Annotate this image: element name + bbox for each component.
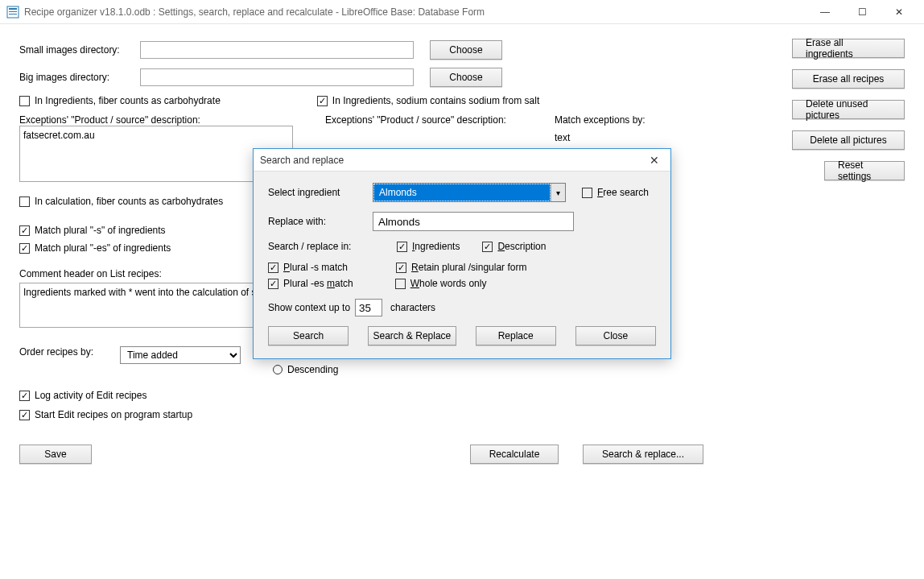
dialog-close-button[interactable]: Close bbox=[575, 326, 656, 345]
replace-with-label: Replace with: bbox=[268, 216, 373, 227]
replace-with-input[interactable] bbox=[373, 212, 574, 231]
checkbox-icon bbox=[482, 242, 493, 252]
ingredients-check[interactable]: Ingredients bbox=[397, 241, 460, 252]
context-pre-label: Show context up to bbox=[268, 302, 350, 313]
plural-s-match-check[interactable]: Plural -s match bbox=[268, 262, 348, 273]
dialog-search-button[interactable]: Search bbox=[268, 326, 349, 345]
chevron-down-icon: ▾ bbox=[551, 184, 565, 201]
select-ingredient-value: Almonds bbox=[373, 184, 551, 201]
context-post-label: characters bbox=[390, 302, 435, 313]
context-chars-input[interactable] bbox=[355, 299, 382, 316]
checkbox-icon bbox=[396, 263, 406, 273]
search-replace-in-label: Search / replace in: bbox=[268, 241, 373, 252]
overlay: Search and replace ✕ Select ingredient A… bbox=[0, 0, 924, 579]
checkbox-icon bbox=[582, 188, 592, 198]
free-search-check[interactable]: Free search bbox=[582, 187, 649, 198]
whole-words-label: Whole words only bbox=[410, 278, 487, 289]
checkbox-icon bbox=[395, 279, 406, 289]
checkbox-icon bbox=[397, 242, 407, 252]
description-check[interactable]: Description bbox=[482, 241, 546, 252]
plural-s-match-label: Plural -s match bbox=[283, 262, 348, 273]
checkbox-icon bbox=[268, 279, 278, 289]
dialog-search-replace-button[interactable]: Search & Replace bbox=[368, 326, 456, 345]
dialog-close-button[interactable]: ✕ bbox=[645, 154, 664, 167]
ingredients-label: Ingredients bbox=[412, 241, 460, 252]
search-replace-dialog: Search and replace ✕ Select ingredient A… bbox=[253, 148, 671, 359]
plural-es-match-check[interactable]: Plural -es match bbox=[268, 278, 353, 289]
checkbox-icon bbox=[268, 263, 278, 273]
dialog-titlebar: Search and replace ✕ bbox=[254, 149, 670, 172]
description-label: Description bbox=[497, 241, 546, 252]
free-search-label: Free search bbox=[597, 187, 649, 198]
select-ingredient-label: Select ingredient bbox=[268, 187, 373, 198]
select-ingredient-dropdown[interactable]: Almonds ▾ bbox=[373, 183, 566, 202]
dialog-replace-button[interactable]: Replace bbox=[476, 326, 556, 345]
plural-es-match-label: Plural -es match bbox=[283, 278, 353, 289]
dialog-title: Search and replace bbox=[260, 155, 344, 166]
retain-plural-check[interactable]: Retain plural /singular form bbox=[396, 262, 526, 273]
whole-words-check[interactable]: Whole words only bbox=[395, 278, 487, 289]
retain-plural-label: Retain plural /singular form bbox=[411, 262, 526, 273]
